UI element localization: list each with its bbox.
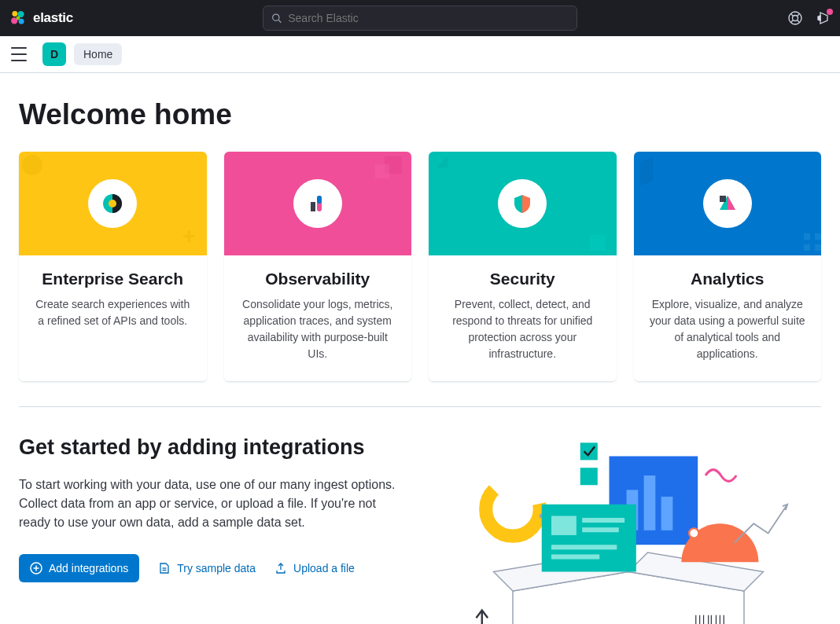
svg-rect-46 <box>551 545 617 549</box>
brand-logo[interactable]: elastic <box>9 9 73 27</box>
svg-point-14 <box>109 200 116 207</box>
plus-circle-icon <box>30 562 42 574</box>
try-sample-data-button[interactable]: Try sample data <box>158 562 256 574</box>
card-title: Analytics <box>647 270 809 288</box>
card-security[interactable]: Security Prevent, collect, detect, and r… <box>429 152 617 381</box>
svg-point-7 <box>789 12 801 24</box>
card-title: Security <box>441 270 604 288</box>
global-search[interactable] <box>263 6 577 31</box>
document-icon <box>158 562 171 574</box>
svg-rect-47 <box>551 554 599 559</box>
nav-toggle-button[interactable] <box>11 47 27 61</box>
card-banner: + <box>19 152 207 255</box>
button-label: Upload a file <box>293 562 355 574</box>
search-icon <box>271 13 282 24</box>
integrations-illustration <box>436 435 821 624</box>
card-desc: Consolidate your logs, metrics, applicat… <box>237 296 400 362</box>
svg-line-12 <box>798 20 800 23</box>
svg-line-9 <box>791 14 794 17</box>
card-desc: Prevent, collect, detect, and respond to… <box>441 296 604 362</box>
enterprise-search-icon <box>101 192 124 215</box>
svg-point-34 <box>486 483 540 537</box>
card-banner <box>224 152 412 255</box>
security-icon <box>511 193 533 215</box>
svg-marker-19 <box>728 196 735 210</box>
svg-rect-45 <box>582 527 619 532</box>
card-enterprise-search[interactable]: + Enterprise Search Create search experi… <box>19 152 207 381</box>
svg-rect-15 <box>311 202 315 211</box>
card-banner <box>429 152 617 255</box>
svg-line-11 <box>791 20 794 23</box>
page-title: Welcome home <box>19 98 821 131</box>
svg-rect-40 <box>644 475 656 530</box>
svg-line-6 <box>278 20 281 22</box>
observability-icon <box>307 193 329 215</box>
button-label: Try sample data <box>177 562 256 574</box>
svg-line-10 <box>798 14 800 17</box>
svg-point-5 <box>273 14 279 20</box>
svg-rect-49 <box>580 468 598 485</box>
card-title: Observability <box>237 270 400 288</box>
search-input[interactable] <box>288 12 569 24</box>
get-started-section: Get started by adding integrations To st… <box>19 435 821 624</box>
svg-point-4 <box>17 17 20 20</box>
elastic-logo-icon <box>9 9 27 27</box>
upload-file-button[interactable]: Upload a file <box>274 562 355 574</box>
help-icon[interactable] <box>788 11 802 25</box>
svg-rect-43 <box>551 516 577 535</box>
section-title: Get started by adding integrations <box>19 435 404 460</box>
sub-header: D Home <box>0 36 840 73</box>
svg-point-0 <box>12 11 17 17</box>
card-title: Enterprise Search <box>31 270 194 288</box>
card-desc: Explore, visualize, and analyze your dat… <box>647 296 809 362</box>
svg-rect-17 <box>317 196 322 204</box>
main-content: Welcome home + Enterprise Search Create … <box>0 73 840 624</box>
svg-rect-41 <box>661 497 673 530</box>
newsfeed-icon[interactable] <box>816 11 831 25</box>
section-desc: To start working with your data, use one… <box>19 475 404 532</box>
svg-rect-20 <box>720 196 726 202</box>
breadcrumb[interactable]: Home <box>74 43 122 65</box>
svg-point-8 <box>793 16 798 21</box>
card-analytics[interactable]: Analytics Explore, visualize, and analyz… <box>634 152 822 381</box>
add-integrations-button[interactable]: Add integrations <box>19 554 139 582</box>
svg-rect-44 <box>582 518 624 523</box>
solution-cards: + Enterprise Search Create search experi… <box>19 152 821 381</box>
card-observability[interactable]: Observability Consolidate your logs, met… <box>224 152 412 381</box>
svg-rect-42 <box>542 505 636 572</box>
card-desc: Create search experiences with a refined… <box>31 296 194 329</box>
global-header: elastic <box>0 0 840 36</box>
svg-point-3 <box>19 19 24 24</box>
svg-point-50 <box>689 528 698 538</box>
analytics-icon <box>717 193 739 215</box>
notification-dot <box>827 9 833 15</box>
button-label: Add integrations <box>49 562 128 574</box>
divider <box>19 406 821 407</box>
upload-icon <box>274 562 287 574</box>
brand-text: elastic <box>33 10 73 26</box>
card-banner <box>634 152 822 255</box>
space-selector[interactable]: D <box>42 42 66 66</box>
svg-rect-48 <box>580 442 598 460</box>
